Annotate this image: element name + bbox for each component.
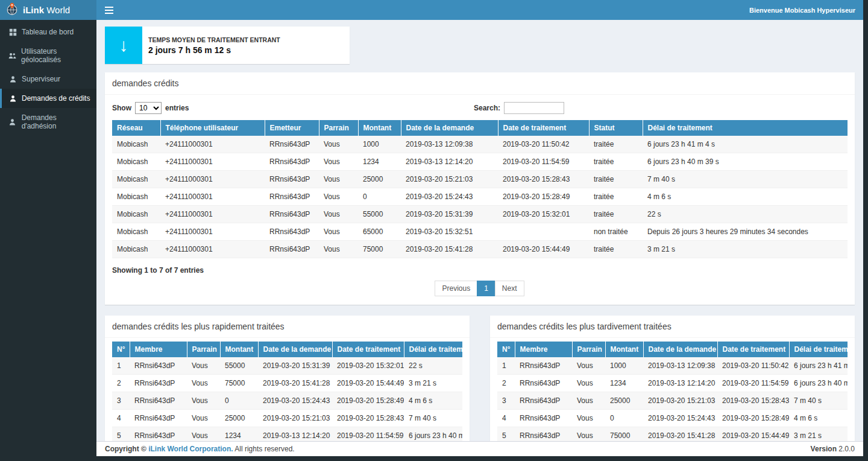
next-page-button[interactable]: Next xyxy=(495,281,524,296)
sidebar-item-label: Demandes de crédits xyxy=(22,94,90,103)
column-header[interactable]: Date de la demande xyxy=(401,120,498,136)
column-header[interactable]: Date de la demande xyxy=(643,342,717,357)
column-header[interactable]: Membre xyxy=(130,342,187,357)
page-1-button[interactable]: 1 xyxy=(477,281,495,296)
column-header[interactable]: Montant xyxy=(220,342,258,357)
brand-logo[interactable]: iLink World xyxy=(0,0,96,20)
show-label: Show xyxy=(112,104,131,112)
table-cell: 7 m 40 s xyxy=(643,171,848,188)
sidebar-item-tableau-de-bord[interactable]: Tableau de bord xyxy=(0,22,96,42)
table-cell: 22 s xyxy=(643,206,848,223)
table-cell: 0 xyxy=(605,410,643,427)
table-cell: Mobicash xyxy=(112,206,160,223)
table-cell: 3 m 21 s xyxy=(404,375,462,392)
column-header[interactable]: N° xyxy=(112,342,130,357)
table-summary: Showing 1 to 7 of 7 entries xyxy=(112,266,848,275)
table-row: 3RRnsi643dPVous02019-03-20 15:24:432019-… xyxy=(112,392,462,410)
column-header[interactable]: Date de traitement xyxy=(498,120,589,136)
main-column: Bienvenue Mobicash Hyperviseur ↓ TEMPS M… xyxy=(96,0,863,456)
footer: Copyright © iLink World Corporation. All… xyxy=(96,441,863,456)
table-cell: Vous xyxy=(187,410,220,427)
sidebar-item-superviseur[interactable]: Superviseur xyxy=(0,69,96,89)
table-cell: RRnsi643dP xyxy=(515,357,572,375)
table-cell: 2019-03-13 12:14:20 xyxy=(401,153,498,171)
column-header[interactable]: Emetteur xyxy=(265,120,319,136)
table-cell: non traitée xyxy=(589,223,643,241)
column-header[interactable]: Parrain xyxy=(319,120,358,136)
table-cell: Mobicash xyxy=(112,171,160,188)
column-header[interactable]: Parrain xyxy=(187,342,220,357)
table-cell: 2019-03-13 12:09:38 xyxy=(643,357,717,375)
table-cell: 2019-03-20 15:41:28 xyxy=(258,375,332,392)
table-cell: 2019-03-20 15:32:51 xyxy=(401,223,498,241)
table-cell: 2019-03-20 15:21:03 xyxy=(643,392,717,410)
search-input[interactable] xyxy=(504,102,564,114)
sidebar-toggle-button[interactable] xyxy=(96,0,122,20)
table-cell: Vous xyxy=(572,357,605,375)
table-cell: 2019-03-20 11:54:59 xyxy=(332,427,404,442)
datatable-controls: Show 10 entries Search: xyxy=(112,102,848,114)
column-header[interactable]: Statut xyxy=(589,120,643,136)
column-header[interactable]: Montant xyxy=(605,342,643,357)
sidebar-item-demandes-de-credits[interactable]: Demandes de crédits xyxy=(0,89,96,108)
table-cell: traitée xyxy=(589,188,643,206)
column-header[interactable]: Réseau xyxy=(112,120,160,136)
table-cell: Vous xyxy=(572,392,605,410)
version-label: Version xyxy=(811,445,837,453)
table-cell: 2019-03-20 15:24:43 xyxy=(401,188,498,206)
column-header[interactable]: N° xyxy=(497,342,515,357)
table-cell: RRnsi643dP xyxy=(130,375,187,392)
table-cell: Mobicash xyxy=(112,136,160,153)
column-header[interactable]: Téléphone utilisateur xyxy=(160,120,265,136)
table-cell: RRnsi643dP xyxy=(130,410,187,427)
version-value: 2.0.0 xyxy=(837,445,855,453)
table-cell: 2019-03-20 15:28:43 xyxy=(717,392,789,410)
table-cell: +24111000301 xyxy=(160,223,265,241)
table-cell: 5 xyxy=(112,427,130,442)
table-cell: Vous xyxy=(187,375,220,392)
column-header[interactable]: Date de traitement xyxy=(717,342,789,357)
table-cell: 2019-03-20 15:28:49 xyxy=(498,188,589,206)
column-header[interactable]: Délai de traitement xyxy=(789,342,848,357)
table-cell: 2019-03-20 15:44:49 xyxy=(332,375,404,392)
table-cell: 25000 xyxy=(605,392,643,410)
previous-page-button[interactable]: Previous xyxy=(435,281,477,296)
page-size-select[interactable]: 10 xyxy=(135,102,162,114)
bottom-panels-row: demandes crédits les plus rapidement tra… xyxy=(105,316,855,441)
table-cell: 2019-03-20 11:54:59 xyxy=(717,375,789,392)
table-cell: 5 xyxy=(497,427,515,442)
table-cell: 7 m 40 s xyxy=(789,392,848,410)
table-cell: Vous xyxy=(319,206,358,223)
table-cell: RRnsi643dP xyxy=(265,223,319,241)
table-row: 1RRnsi643dPVous550002019-03-20 15:31:392… xyxy=(112,357,462,375)
table-cell: RRnsi643dP xyxy=(515,410,572,427)
table-cell: 65000 xyxy=(358,223,401,241)
column-header[interactable]: Parrain xyxy=(572,342,605,357)
column-header[interactable]: Date de la demande xyxy=(258,342,332,357)
table-cell: Vous xyxy=(319,223,358,241)
table-cell: Vous xyxy=(319,241,358,258)
header-row: RéseauTéléphone utilisateurEmetteurParra… xyxy=(112,120,848,136)
table-cell: +24111000301 xyxy=(160,206,265,223)
sidebar-item-utilisateurs-geolocalises[interactable]: Utilisateurs géolocalisés xyxy=(0,42,96,69)
app-window: iLink World Tableau de bord Utilisateurs… xyxy=(0,0,868,461)
column-header[interactable]: Délai de traitement xyxy=(643,120,848,136)
panel-title: demandes crédits les plus tardivement tr… xyxy=(490,316,855,338)
user-welcome[interactable]: Bienvenue Mobicash Hyperviseur xyxy=(749,7,863,14)
table-cell: RRnsi643dP xyxy=(265,241,319,258)
table-cell: 2019-03-20 15:21:03 xyxy=(401,171,498,188)
footer-version: Version 2.0.0 xyxy=(811,445,855,453)
footer-copyright: Copyright © iLink World Corporation. All… xyxy=(105,445,295,453)
sidebar-item-demandes-adhesion[interactable]: Demandes d'adhésion xyxy=(0,108,96,136)
table-cell: 75000 xyxy=(358,241,401,258)
company-link[interactable]: iLink World Corporation. xyxy=(148,445,233,453)
table-row: Mobicash+24111000301RRnsi643dPVous250002… xyxy=(112,171,848,188)
column-header[interactable]: Délai de traitement xyxy=(404,342,462,357)
membership-requests-icon xyxy=(8,118,17,126)
column-header[interactable]: Montant xyxy=(358,120,401,136)
column-header[interactable]: Membre xyxy=(515,342,572,357)
page-length-control: Show 10 entries xyxy=(112,102,189,114)
table-cell: 2019-03-13 12:14:20 xyxy=(643,375,717,392)
table-cell: 2019-03-20 15:32:01 xyxy=(498,206,589,223)
column-header[interactable]: Date de traitement xyxy=(332,342,404,357)
